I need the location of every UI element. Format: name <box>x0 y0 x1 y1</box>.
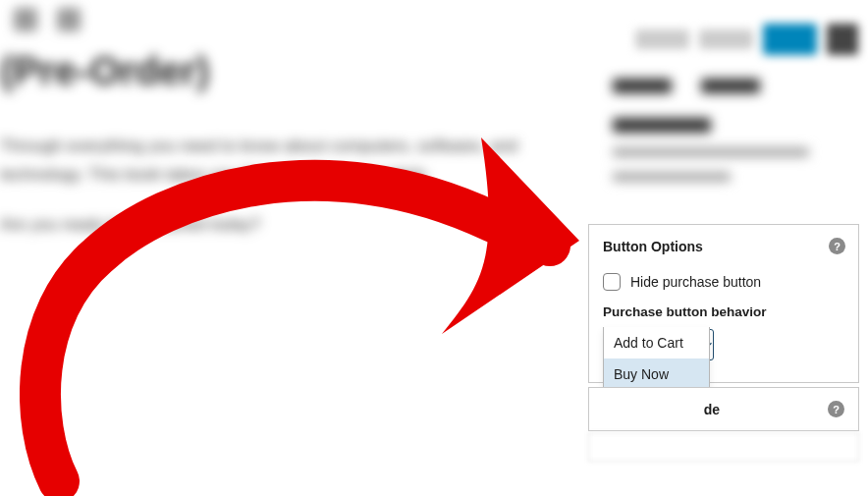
editor-canvas: (Pre-Order) Through everything you need … <box>0 0 589 496</box>
toolbar-icon <box>57 8 81 31</box>
secondary-panel-title: XXXXXXXXXXXde <box>603 402 720 417</box>
button-options-panel: Button Options ? Hide purchase button Pu… <box>588 224 859 383</box>
post-paragraph: Through everything you need to know abou… <box>0 133 579 190</box>
publish-button <box>763 24 817 55</box>
toolbar-link <box>699 29 753 49</box>
post-paragraph: Are you ready to get started today? <box>0 211 579 240</box>
toolbar-icon <box>14 8 37 31</box>
sidebar-upper <box>593 69 868 226</box>
panel-title: Button Options <box>603 239 703 254</box>
toolbar-link <box>635 29 689 49</box>
dropdown-option-add-to-cart[interactable]: Add to Cart <box>604 327 709 358</box>
help-icon[interactable]: ? <box>829 238 845 254</box>
secondary-panel: XXXXXXXXXXXde ? <box>588 387 859 431</box>
checkbox-label: Hide purchase button <box>630 274 761 290</box>
hide-purchase-checkbox-row[interactable]: Hide purchase button <box>603 273 844 291</box>
post-title: (Pre-Order) <box>0 49 579 93</box>
behavior-field-label: Purchase button behavior <box>603 304 844 319</box>
top-toolbar <box>635 24 858 55</box>
settings-icon <box>827 24 858 55</box>
sidebar-lower <box>588 432 859 462</box>
checkbox-icon[interactable] <box>603 273 621 291</box>
behavior-dropdown: Add to Cart Buy Now <box>603 327 710 391</box>
dropdown-option-buy-now[interactable]: Buy Now <box>604 358 709 390</box>
help-icon[interactable]: ? <box>828 401 844 417</box>
